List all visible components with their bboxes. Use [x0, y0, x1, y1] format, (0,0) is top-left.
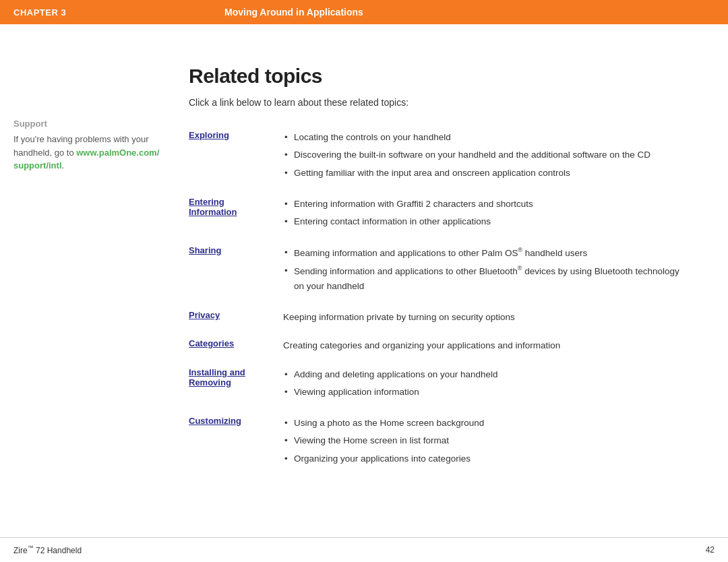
list-item: Locating the controls on your handheld [283, 130, 688, 145]
list-item: Getting familiar with the input area and… [283, 166, 688, 181]
table-row: Categories Creating categories and organ… [189, 335, 688, 356]
topic-items-privacy: Keeping information private by turning o… [283, 307, 688, 328]
topic-link-entering[interactable]: EnteringInformation [189, 193, 283, 236]
topics-table: Exploring Locating the controls on your … [189, 127, 688, 472]
list-item: Entering contact information in other ap… [283, 214, 688, 229]
topic-link-sharing[interactable]: Sharing [189, 242, 283, 300]
spacer-row [189, 357, 688, 364]
table-row: Sharing Beaming information and applicat… [189, 242, 688, 300]
list-item: Discovering the built-in software on you… [283, 148, 688, 162]
table-row: Installing andRemoving Adding and deleti… [189, 364, 688, 406]
header-bar: CHAPTER 3 Moving Around in Applications [0, 0, 728, 24]
spacer-row [189, 235, 688, 242]
table-row: Exploring Locating the controls on your … [189, 127, 688, 187]
table-row: Customizing Using a photo as the Home sc… [189, 412, 688, 472]
spacer-row [189, 406, 688, 412]
chapter-title: Moving Around in Applications [218, 7, 728, 18]
topic-items-exploring: Locating the controls on your handheld D… [283, 127, 688, 187]
topic-link-customizing[interactable]: Customizing [189, 412, 283, 472]
list-item: Using a photo as the Home screen backgro… [283, 416, 688, 431]
list-item: Viewing the Home screen in list format [283, 433, 688, 448]
support-period: . [62, 160, 65, 170]
topic-link-installing[interactable]: Installing andRemoving [189, 364, 283, 406]
footer-page-number: 42 [706, 545, 715, 555]
spacer-row [189, 328, 688, 335]
topic-items-installing: Adding and deleting applications on your… [283, 364, 688, 406]
topic-link-exploring[interactable]: Exploring [189, 127, 283, 187]
table-row: EnteringInformation Entering information… [189, 193, 688, 236]
topic-items-customizing: Using a photo as the Home screen backgro… [283, 412, 688, 472]
intro-text: Click a link below to learn about these … [189, 97, 688, 108]
footer-brand: Zire™ 72 Handheld [13, 544, 82, 555]
footer: Zire™ 72 Handheld 42 [0, 537, 728, 562]
topic-link-privacy[interactable]: Privacy [189, 307, 283, 328]
list-item: Entering information with Graffiti 2 cha… [283, 197, 688, 212]
topic-items-categories: Creating categories and organizing your … [283, 335, 688, 356]
plain-text: Creating categories and organizing your … [283, 340, 560, 350]
table-row: Privacy Keeping information private by t… [189, 307, 688, 328]
topic-items-sharing: Beaming information and applications to … [283, 242, 688, 300]
list-item: Adding and deleting applications on your… [283, 367, 688, 382]
spacer-row [189, 300, 688, 307]
topic-items-entering: Entering information with Graffiti 2 cha… [283, 193, 688, 236]
page-heading: Related topics [189, 65, 688, 88]
list-item: Beaming information and applications to … [283, 245, 688, 261]
chapter-label: CHAPTER 3 [0, 7, 218, 18]
support-label: Support [13, 119, 189, 129]
list-item: Sending information and applications to … [283, 263, 688, 294]
list-item: Viewing application information [283, 385, 688, 400]
topic-link-categories[interactable]: Categories [189, 335, 283, 356]
list-item: Organizing your applications into catego… [283, 451, 688, 466]
spacer-row [189, 187, 688, 193]
plain-text: Keeping information private by turning o… [283, 312, 515, 322]
main-content: Related topics Click a link below to lea… [189, 51, 728, 536]
sidebar: Support If you're having problems with y… [0, 51, 189, 536]
support-text: If you're having problems with your hand… [13, 133, 189, 173]
page-body: Support If you're having problems with y… [0, 24, 728, 536]
